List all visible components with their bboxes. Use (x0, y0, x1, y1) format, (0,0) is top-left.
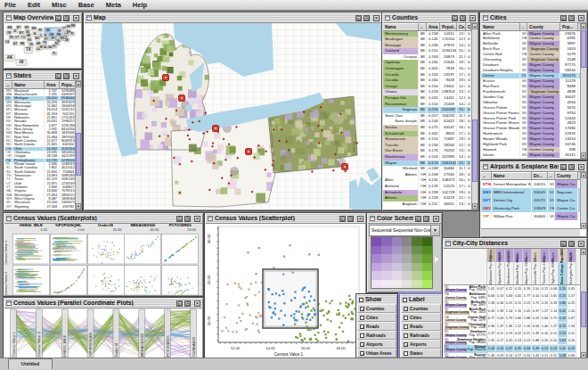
distance-cell[interactable]: 0.19 (568, 345, 576, 352)
panel-map[interactable]: Map◱◳× (83, 12, 383, 211)
checkbox[interactable] (404, 351, 408, 356)
menu-misc[interactable]: Misc (52, 1, 67, 9)
distance-cell[interactable]: 0.26 (487, 308, 496, 315)
color-swatch[interactable] (372, 271, 381, 280)
airports-scrollbar[interactable]: ▲▼ (580, 172, 586, 229)
maximize-button[interactable]: ◳ (347, 216, 354, 222)
panel-airports[interactable]: Airports & Seaplane Bases◱◳× ..NameEn...… (479, 160, 588, 238)
distance-cell[interactable]: 1.40 (541, 323, 550, 330)
maximize-button[interactable]: ◳ (63, 15, 69, 21)
airport-marker-icon[interactable] (213, 126, 219, 132)
table-row[interactable]: WayneMI0.174206116215.1003.75 (383, 160, 478, 167)
table-row[interactable]: SaginawMI0.23121003915.1003.40 (383, 107, 478, 113)
matrix-cell[interactable] (12, 234, 50, 265)
color-swatch[interactable] (372, 263, 381, 272)
col-header[interactable]: Name (12, 81, 45, 88)
layer-toggle-airports[interactable]: ✓Airports (401, 340, 441, 349)
distance-cell[interactable]: 1.41 (487, 285, 496, 292)
close-button[interactable]: × (73, 15, 79, 21)
states-scrollbar[interactable]: ▲▼ (75, 81, 81, 210)
table-row[interactable]: Saint JosephMI0.1446242218.3004.10 (383, 119, 478, 125)
color-swatch[interactable] (412, 271, 421, 280)
distance-cell[interactable]: 0.05 (568, 285, 576, 292)
distance-cell[interactable]: 5.57 (568, 292, 576, 300)
menu-help[interactable]: Help (133, 1, 147, 9)
panel-city-distances[interactable]: City-City Distances◱◳× SaginawZilwaukee … (442, 237, 588, 360)
close-button[interactable]: × (433, 216, 439, 222)
table-row[interactable]: AuglaizeOH0.1114661113.3002.60 (383, 201, 478, 208)
maximize-button[interactable]: ◳ (568, 241, 575, 247)
layer-toggle-counties[interactable]: ✓Counties (357, 304, 396, 313)
layer-toggle-airports[interactable]: ✓Airports (357, 340, 396, 349)
close-button[interactable]: × (470, 15, 476, 21)
table-row[interactable]: OgemawMI0.1602164518.3002.60 (383, 60, 478, 66)
distance-cell[interactable]: 5.49 (532, 330, 541, 337)
distance-cell[interactable]: 0.33 (550, 300, 559, 308)
col-header[interactable]: Name (383, 23, 419, 30)
distance-cell[interactable]: 0.35 (514, 345, 523, 352)
maximize-button[interactable]: ◳ (568, 15, 575, 21)
table-row[interactable]: OsceolaMI0.1632319717.2003.40 (383, 72, 478, 78)
matrix-cell[interactable] (50, 234, 87, 265)
checkbox[interactable]: ✓ (360, 325, 364, 329)
distance-cell[interactable]: 0.15 (514, 300, 523, 308)
restore-button[interactable]: ◱ (55, 73, 61, 79)
menu-file[interactable]: File (4, 1, 16, 9)
airports-hscrollbar[interactable] (481, 228, 580, 236)
distance-cell[interactable]: 1.27 (550, 323, 559, 330)
distance-col-header[interactable]: WayneWyandotte Pop. 28006 (496, 249, 505, 284)
distance-row[interactable]: MIBirch RunSaginaw CountyPop. 16530.261.… (444, 308, 586, 315)
close-button[interactable]: × (194, 300, 200, 307)
table-row[interactable]: WYWyoming27,568493782 (4, 205, 81, 209)
distance-cell[interactable]: 0.16 (496, 345, 505, 352)
col-header[interactable]: Area (45, 81, 60, 88)
distance-col-header[interactable]: WayneWayne Pop. 19051 (523, 249, 532, 284)
color-swatch[interactable] (392, 280, 402, 289)
distance-cell[interactable]: 0.16 (541, 330, 550, 337)
distance-row[interactable]: MIBellevilleWayne CountyPop. 39971.340.3… (444, 300, 586, 308)
distance-cell[interactable]: 5.88 (532, 338, 541, 345)
close-button[interactable]: × (373, 15, 380, 21)
table-row[interactable]: Saint ClairMI0.20716423511.9002.85 (383, 113, 478, 119)
col-header[interactable]: .. (520, 23, 527, 30)
checkbox[interactable]: ✓ (360, 307, 364, 311)
scatter-plot[interactable]: 12.0014.0016.0018.0030.0020.0010.00Censu… (206, 224, 365, 358)
distance-cell[interactable]: 1.16 (523, 323, 532, 330)
close-button[interactable]: × (194, 216, 200, 222)
col-header[interactable]: Name (481, 23, 520, 30)
table-row[interactable]: AllenOH0.11610847316.4003.40 (383, 177, 478, 184)
color-scheme-grid[interactable] (371, 236, 433, 289)
restore-button[interactable]: ◱ (339, 216, 346, 222)
titlebar-counties[interactable]: Counties◱◳× (383, 13, 478, 23)
table-row[interactable]: OscodaMI0.160941819.0002.85 (383, 78, 478, 84)
distance-cell[interactable]: 0.22 (514, 330, 523, 337)
panel-show[interactable]: Show ✓CountiesCities✓RoadsRailroads✓Airp… (355, 293, 398, 360)
checkbox[interactable]: ✓ (404, 342, 408, 347)
distance-cell[interactable]: 0.13 (523, 338, 532, 345)
distance-cell[interactable]: 0.31 (541, 300, 550, 308)
distance-cell[interactable]: 0.15 (559, 292, 568, 300)
distance-cell[interactable]: 0.16 (559, 316, 568, 323)
distance-cell[interactable]: 0.36 (487, 323, 496, 330)
distance-cell[interactable]: 5.64 (541, 316, 550, 323)
restore-button[interactable]: ◱ (355, 15, 362, 21)
table-row[interactable]: AshlandOH0.1185252317.2002.85 (383, 184, 478, 190)
distance-cell[interactable]: 0.10 (550, 338, 559, 345)
color-swatch[interactable] (412, 246, 421, 255)
layer-toggle-cities[interactable]: Cities (401, 313, 441, 322)
checkbox[interactable] (360, 333, 364, 338)
distance-cell[interactable]: 5.80 (559, 300, 568, 308)
chevron-down-icon[interactable]: ▼ (430, 226, 439, 235)
parallel-plot[interactable]: Census Value 1Census Value 2HSE00_MILE%P… (4, 308, 202, 358)
distance-cell[interactable]: 1.37 (496, 323, 505, 330)
distance-cell[interactable]: 0.12 (505, 285, 514, 292)
distance-cell[interactable]: 0.34 (496, 300, 505, 308)
map-canvas[interactable] (85, 23, 381, 210)
matrix-cell[interactable] (87, 234, 125, 265)
color-swatch[interactable] (402, 254, 412, 263)
matrix-cell[interactable] (50, 265, 87, 296)
distance-cell[interactable]: 5.75 (550, 316, 559, 323)
color-swatch[interactable] (392, 271, 402, 280)
distance-cell[interactable]: 0.24 (550, 345, 559, 352)
distance-cell[interactable]: 0.27 (505, 345, 514, 352)
